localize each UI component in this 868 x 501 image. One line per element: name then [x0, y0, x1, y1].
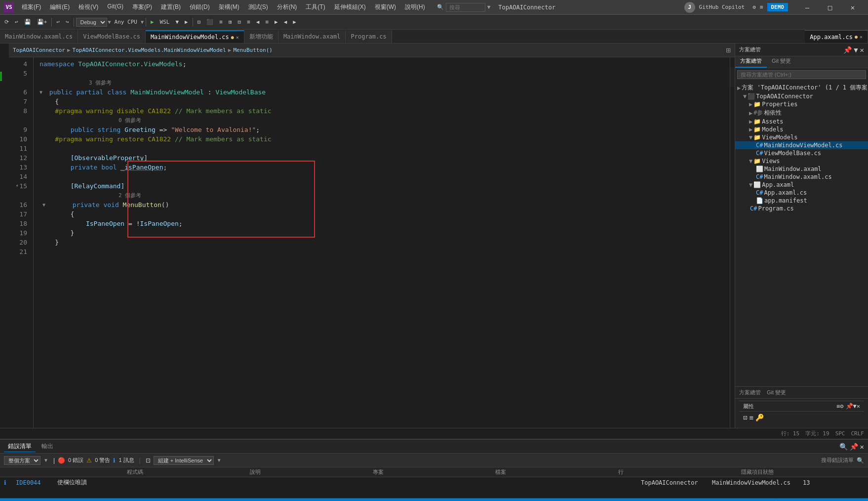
minimize-button[interactable]: —	[796, 0, 819, 15]
tree-project[interactable]: ▼ ⬛ TopAOAIConnector	[735, 92, 868, 100]
tree-deps[interactable]: ▶ #参 相依性	[735, 108, 868, 118]
tab-program-cs[interactable]: Program.cs	[346, 30, 392, 43]
collapse-arrow-6[interactable]: ▼	[39, 87, 45, 97]
tree-viewmodels[interactable]: ▼ 📁 ViewModels	[735, 133, 868, 141]
toolbar-save-all[interactable]: 💾+	[35, 17, 50, 27]
code-area[interactable]: namespace TopAOAIConnector . ViewModels …	[34, 57, 730, 428]
toolbar-attach[interactable]: ▶	[182, 17, 191, 27]
tree-models[interactable]: ▶ 📁 Models	[735, 125, 868, 133]
error-panel-close-icon[interactable]: ✕	[860, 443, 864, 451]
property-icon2[interactable]: ⚙	[840, 403, 843, 410]
tab-mainwindow-xaml-cs[interactable]: MainWindow.axaml.cs	[0, 30, 78, 43]
menu-edit[interactable]: 編輯(E)	[46, 2, 74, 12]
menu-view[interactable]: 檢視(V)	[75, 2, 102, 12]
tree-mainwindow-axaml-cs[interactable]: C# MainWindow.axaml.cs	[735, 173, 868, 181]
menu-test[interactable]: 測試(S)	[244, 2, 272, 12]
tree-program-cs[interactable]: C# Program.cs	[735, 205, 868, 212]
menu-git[interactable]: Git(G)	[103, 2, 127, 12]
build-filter-select[interactable]: 組建 + IntelliSense	[154, 456, 214, 465]
menu-debug[interactable]: 偵錯(D)	[186, 2, 214, 12]
menu-file[interactable]: 檔案(F)	[18, 2, 45, 12]
menu-build[interactable]: 建置(B)	[157, 2, 185, 12]
toolbar-btn8[interactable]: ⊞	[226, 17, 235, 27]
collapse-arrow-16[interactable]: ▼	[39, 200, 45, 209]
menu-tools[interactable]: 工具(T)	[302, 2, 329, 12]
sidebar-pin-icon[interactable]: 📌	[843, 46, 852, 54]
tree-app-axaml-cs[interactable]: C# App.axaml.cs	[735, 189, 868, 197]
tab-close-app[interactable]: ✕	[860, 34, 863, 40]
window-controls[interactable]: — □ ✕	[796, 0, 864, 15]
nav-expand-icon[interactable]: ⊞	[726, 45, 731, 55]
col-header-file[interactable]: 檔案	[495, 468, 618, 476]
sidebar-solution-tab[interactable]: 方案總管	[739, 389, 761, 396]
toolbar-btn13[interactable]: ▶	[272, 17, 280, 27]
prop-icon-sort[interactable]: ⊡	[743, 414, 747, 421]
tree-properties[interactable]: ▶ 📁 Properties	[735, 100, 868, 108]
tab-viewmodelbase[interactable]: ViewModelBase.cs	[78, 30, 146, 43]
toolbar-btn15[interactable]: ▶	[290, 17, 299, 27]
scope-filter-select[interactable]: 整個方案	[4, 456, 40, 465]
sidebar-search-input[interactable]	[737, 70, 866, 79]
property-chevron-icon[interactable]: ▼	[853, 403, 857, 410]
run-button[interactable]: ▶	[148, 17, 157, 27]
warning-count[interactable]: 0 警告	[95, 457, 110, 464]
error-count[interactable]: 0 錯誤	[68, 457, 83, 464]
debug-mode-select[interactable]: Debug	[76, 18, 107, 27]
error-search-icon[interactable]: 🔍	[857, 457, 864, 464]
sidebar-tab-git[interactable]: Git 變更	[767, 56, 796, 68]
nav-project[interactable]: TopAOAIConnector	[13, 47, 65, 53]
menu-window[interactable]: 視窗(W)	[371, 2, 400, 12]
col-header-desc[interactable]: 說明	[250, 468, 373, 476]
sidebar-chevron-icon[interactable]: ▼	[854, 46, 858, 54]
tab-new-feature[interactable]: 新增功能	[244, 30, 278, 43]
toolbar-btn6[interactable]: ⬛	[204, 17, 216, 27]
error-filter-icon[interactable]: ⊡	[146, 457, 151, 464]
toolbar-btn7[interactable]: ≡	[217, 17, 225, 27]
tree-solution[interactable]: ▶ 方案 'TopAOAIConnector' (1 / 1 個專案)	[735, 83, 868, 92]
toolbar-btn14[interactable]: ◀	[281, 17, 290, 27]
tree-mainwindowviewmodel-cs[interactable]: C# MainWindowViewModel.cs	[735, 141, 868, 149]
menu-analyze[interactable]: 分析(N)	[273, 2, 301, 12]
tree-app-manifest[interactable]: 📄 app.manifest	[735, 197, 868, 205]
nav-member[interactable]: MenuButton()	[233, 47, 272, 53]
user-avatar[interactable]: J	[684, 2, 695, 13]
menu-bar[interactable]: 檔案(F) 編輯(E) 檢視(V) Git(G) 專案(P) 建置(B) 偵錯(…	[18, 2, 429, 12]
tree-assets[interactable]: ▶ 📁 Assets	[735, 118, 868, 125]
prop-icon-key[interactable]: 🔑	[755, 414, 764, 421]
toolbar-save[interactable]: 💾	[22, 17, 34, 27]
property-icon1[interactable]: ≡	[836, 403, 840, 410]
toolbar-any-cpu[interactable]: Any CPU	[112, 17, 140, 27]
toolbar-redo[interactable]: ↪	[63, 17, 72, 27]
tab-output[interactable]: 輸出	[38, 441, 57, 452]
prop-icon-list[interactable]: ≡	[749, 414, 753, 421]
run-dropdown[interactable]: ▼	[173, 17, 181, 27]
toolbar-btn11[interactable]: ◀	[254, 17, 262, 27]
global-search-input[interactable]	[446, 3, 485, 12]
tab-error-list[interactable]: 錯誤清單	[4, 441, 36, 452]
toolbar-btn10[interactable]: ≡	[244, 17, 253, 27]
property-close-icon[interactable]: ✕	[857, 403, 860, 410]
close-button[interactable]: ✕	[841, 0, 864, 15]
toolbar-btn5[interactable]: ⊡	[195, 17, 203, 27]
col-header-hide[interactable]: 隱藏項目狀態	[741, 468, 864, 476]
sidebar-git-tab[interactable]: Git 變更	[767, 389, 786, 396]
error-panel-pin-icon[interactable]: 📌	[850, 443, 858, 451]
error-panel-search-icon[interactable]: 🔍	[839, 443, 848, 451]
error-row-0[interactable]: ℹ IDE0044 使欄位唯讀 TopAOAIConnector MainWin…	[0, 477, 868, 488]
run-label[interactable]: WSL	[158, 17, 172, 27]
menu-extensions[interactable]: 延伸模組(X)	[330, 2, 370, 12]
toolbar-btn9[interactable]: ⊟	[236, 17, 244, 27]
menu-help[interactable]: 說明(H)	[401, 2, 429, 12]
tab-mainwindowviewmodel[interactable]: MainWindowViewModel.cs ● ✕	[146, 30, 244, 43]
tree-views[interactable]: ▼ 📁 Views	[735, 157, 868, 165]
tree-viewmodelbase-cs[interactable]: C# ViewModelBase.cs	[735, 149, 868, 157]
scrollbar-minimap[interactable]	[730, 57, 735, 428]
tab-app-axaml-cs[interactable]: App.axaml.cs ● ✕	[805, 30, 868, 43]
toolbar-undo2[interactable]: ↩	[54, 17, 62, 27]
editor-body[interactable]: 4 5 6 7 8 9 10 11 12 13 14 ⚡ 15 16 17	[9, 57, 735, 428]
info-count[interactable]: 1 訊息	[118, 457, 134, 464]
menu-arch[interactable]: 架構(M)	[215, 2, 243, 12]
nav-namespace[interactable]: TopAOAIConnector.ViewModels.MainWindowVi…	[73, 47, 226, 53]
tree-app-axaml[interactable]: ▼ ⬜ App.axaml	[735, 181, 868, 189]
toolbar-undo[interactable]: ↩	[12, 17, 21, 27]
